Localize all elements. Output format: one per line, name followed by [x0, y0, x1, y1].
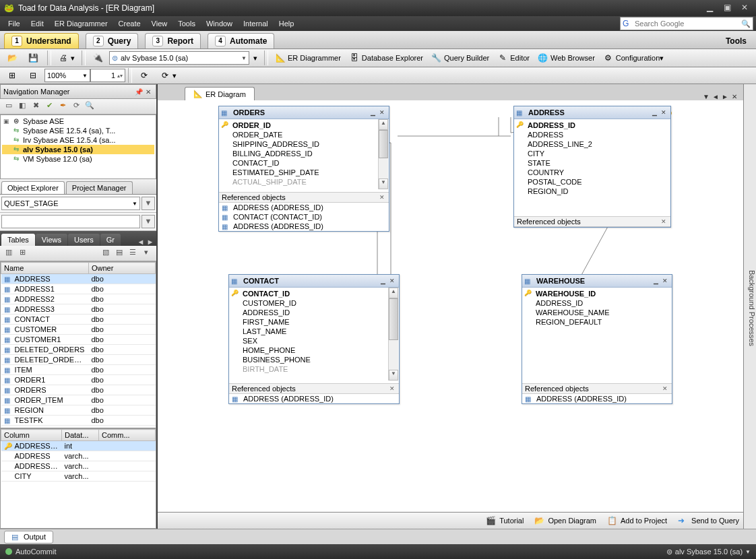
er-column[interactable]: ADDRESS: [514, 130, 670, 139]
menu-er-diagrammer[interactable]: ER Diagrammer: [49, 18, 113, 29]
close-icon[interactable]: ✕: [377, 109, 387, 116]
close-panel-icon[interactable]: ✕: [144, 88, 153, 96]
tree-item[interactable]: ⇆VM Sybase 12.0 (sa): [2, 154, 154, 164]
er-column[interactable]: POSTAL_CODE: [514, 177, 670, 187]
table-row[interactable]: ▦ORDERSdbo: [1, 385, 156, 395]
autocommit-label[interactable]: AutoCommit: [15, 548, 57, 556]
close-button[interactable]: ✕: [737, 3, 752, 13]
ref-item[interactable]: ▦CONTACT (CONTACT_ID): [219, 212, 389, 222]
columns-grid[interactable]: ColumnDatat...Comm... 🔑ADDRESS_IDintADDR…: [0, 428, 156, 529]
tb-btn-2[interactable]: ⊞: [16, 248, 28, 259]
save-button[interactable]: 💾: [24, 51, 44, 65]
menu-internal[interactable]: Internal: [238, 18, 274, 29]
page-number[interactable]: 1▴▾: [90, 69, 125, 82]
tool-editor[interactable]: ✎Editor: [493, 51, 534, 65]
er-column[interactable]: STATE: [514, 158, 670, 168]
tb-btn-5[interactable]: ☰: [127, 248, 139, 259]
er-column[interactable]: BUSINESS_PHONE: [229, 355, 399, 364]
tree-item[interactable]: ⇆Irv Sybase ASE 12.5.4 (sa...: [2, 135, 154, 145]
table-row[interactable]: ADDRESSvarch...: [1, 451, 156, 461]
table-row[interactable]: ▦ADDRESS3dbo: [1, 304, 156, 315]
er-table-address[interactable]: ▦ADDRESS▁✕ ADDRESS_ID ADDRESS ADDRESS_LI…: [513, 106, 671, 228]
table-row[interactable]: 🔑ADDRESS_IDint: [1, 441, 156, 451]
min-icon[interactable]: ▁: [651, 277, 660, 284]
er-column[interactable]: WAREHOUSE_NAME: [522, 308, 672, 317]
close-icon[interactable]: ✕: [660, 277, 670, 284]
tree-item[interactable]: ⇆Sybase ASE 12.5.4 (sa), T...: [2, 126, 154, 135]
tab-query[interactable]: 2Query: [86, 33, 139, 48]
search-icon[interactable]: 🔍: [741, 20, 751, 28]
layout-btn2[interactable]: ⊟: [24, 69, 44, 82]
table-row[interactable]: ▦ADDRESS2dbo: [1, 294, 156, 304]
doc-close-icon[interactable]: ✕: [730, 93, 739, 100]
ref-item[interactable]: ▦ADDRESS (ADDRESS_ID): [229, 394, 399, 403]
er-column[interactable]: SEX: [229, 336, 399, 346]
col-column[interactable]: Column: [1, 430, 62, 441]
er-column[interactable]: HOME_PHONE: [229, 346, 399, 355]
ref-item[interactable]: ▦ADDRESS (ADDRESS_ID): [219, 203, 389, 212]
tb-btn-4[interactable]: ▤: [113, 248, 125, 259]
menu-create[interactable]: Create: [113, 18, 146, 29]
er-column[interactable]: ACTUAL_SHIP_DATE: [219, 177, 389, 187]
menu-help[interactable]: Help: [274, 18, 300, 29]
close-icon[interactable]: ✕: [378, 194, 386, 201]
nav-btn-1[interactable]: ▭: [3, 101, 15, 112]
link-send-to-query[interactable]: ➜Send to Query: [678, 516, 739, 525]
ref-item[interactable]: ▦ADDRESS (ADDRESS_ID): [219, 222, 389, 231]
scroll-down[interactable]: ▼: [389, 370, 398, 381]
pin-icon[interactable]: 📌: [134, 88, 144, 96]
tool-er-diagrammer[interactable]: 📐ER Diagrammer: [271, 51, 345, 65]
er-column[interactable]: CUSTOMER_ID: [229, 298, 399, 308]
close-icon[interactable]: ✕: [387, 277, 397, 284]
er-column[interactable]: BIRTH_DATE: [229, 364, 399, 374]
er-table-orders[interactable]: ▦ORDERS▁✕ ORDER_ID ORDER_DATE SHIPPING_A…: [218, 106, 389, 232]
filter-button[interactable]: ▼: [141, 197, 155, 210]
er-table-contact[interactable]: ▦CONTACT▁✕ CONTACT_ID CUSTOMER_ID ADDRES…: [228, 274, 400, 404]
er-column[interactable]: LAST_NAME: [229, 327, 399, 336]
nav-btn-2[interactable]: ◧: [16, 101, 28, 112]
scroll-up[interactable]: ▲: [379, 119, 388, 130]
table-row[interactable]: ▦CUSTOMER1dbo: [1, 335, 156, 345]
schema-filter-dropdown[interactable]: QUEST_STAGE▼: [1, 197, 140, 210]
text-filter-input[interactable]: [1, 215, 140, 228]
filter-button-2[interactable]: ▼: [141, 215, 155, 228]
refresh-button[interactable]: ⟳: [135, 69, 156, 82]
er-column[interactable]: CITY: [514, 149, 670, 158]
tool-database-explorer[interactable]: 🗄Database Explorer: [345, 51, 427, 65]
table-row[interactable]: ▦REGIONdbo: [1, 405, 156, 416]
link-tutorial[interactable]: 🎬Tutorial: [486, 516, 524, 525]
table-row[interactable]: ▦ORDER1dbo: [1, 375, 156, 385]
er-column[interactable]: ADDRESS_LINE_2: [514, 139, 670, 149]
min-icon[interactable]: ▁: [368, 109, 377, 116]
col-name[interactable]: Name: [1, 263, 89, 274]
ref-item[interactable]: ▦ADDRESS (ADDRESS_ID): [522, 394, 672, 403]
table-row[interactable]: ▦ORDER_ITEMdbo: [1, 395, 156, 405]
er-column[interactable]: WAREHOUSE_ID: [522, 289, 672, 298]
google-search[interactable]: G 🔍: [620, 17, 753, 30]
er-column[interactable]: ORDER_ID: [219, 121, 389, 130]
table-row[interactable]: ADDRESS_...varch...: [1, 461, 156, 471]
connection-more-button[interactable]: ▾: [249, 52, 261, 65]
table-row[interactable]: CITYvarch...: [1, 471, 156, 482]
table-row[interactable]: ▦ADDRESS1dbo: [1, 284, 156, 294]
er-column[interactable]: CONTACT_ID: [229, 289, 399, 298]
er-column[interactable]: ESTIMATED_SHIP_DATE: [219, 168, 389, 177]
er-column[interactable]: BILLING_ADDRESS_ID: [219, 149, 389, 158]
table-row[interactable]: ▦CUSTOMERdbo: [1, 325, 156, 335]
nav-btn-6[interactable]: ⟳: [70, 101, 82, 112]
er-column[interactable]: FIRST_NAME: [229, 317, 399, 327]
tab-object-explorer[interactable]: Object Explorer: [1, 181, 65, 194]
er-column[interactable]: ADDRESS_ID: [229, 308, 399, 317]
prev-icon[interactable]: ◄: [136, 238, 146, 246]
connection-dropdown[interactable]: ⊜ alv Sybase 15.0 (sa) ▼: [109, 51, 249, 65]
close-icon[interactable]: ✕: [659, 109, 668, 116]
er-canvas[interactable]: ▦ORDERS▁✕ ORDER_ID ORDER_DATE SHIPPING_A…: [158, 100, 743, 512]
menu-file[interactable]: File: [3, 18, 26, 29]
doc-next-icon[interactable]: ►: [720, 93, 730, 100]
close-icon[interactable]: ✕: [661, 385, 669, 392]
er-column[interactable]: COUNTRY: [514, 168, 670, 177]
table-row[interactable]: ▦DELETED_ORDERSdbo: [1, 345, 156, 355]
tab-project-manager[interactable]: Project Manager: [66, 181, 133, 194]
tab-views[interactable]: Views: [36, 234, 67, 246]
link-add-to-project[interactable]: 📋Add to Project: [607, 516, 667, 525]
